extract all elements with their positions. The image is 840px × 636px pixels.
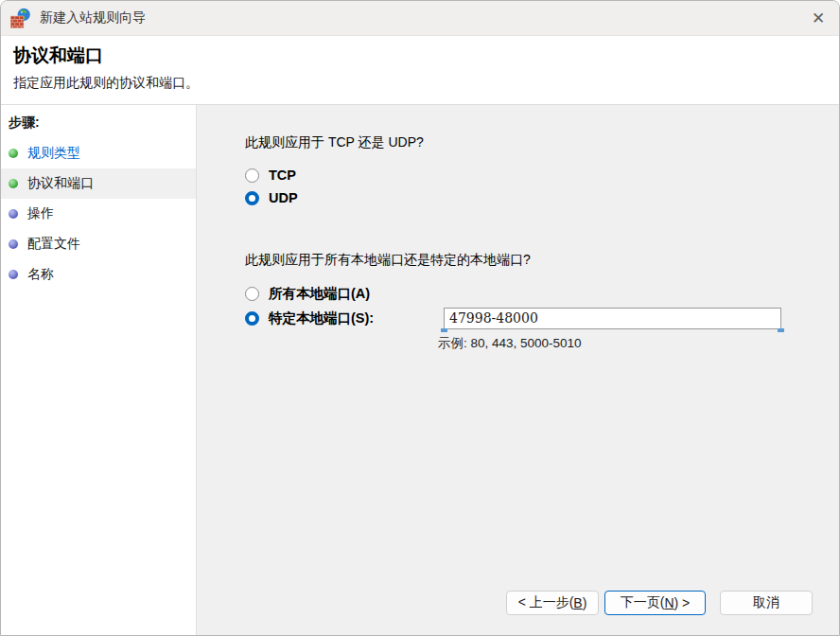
step-done-bullet-icon xyxy=(9,149,18,158)
close-icon: ✕ xyxy=(812,9,825,28)
back-button-label: < 上一步( xyxy=(518,594,574,611)
page-subtitle: 指定应用此规则的协议和端口。 xyxy=(9,75,828,92)
specific-ports-input[interactable] xyxy=(444,308,781,329)
main-panel: 此规则应用于 TCP 还是 UDP? TCP UDP 此规则应用于所有本地端口还… xyxy=(197,105,839,635)
steps-sidebar: 步骤: 规则类型 协议和端口 操作 配置文件 名称 xyxy=(1,105,197,635)
radio-option-tcp[interactable]: TCP xyxy=(245,164,839,186)
protocol-question: 此规则应用于 TCP 还是 UDP? xyxy=(245,133,839,150)
wizard-window: 新建入站规则向导 ✕ 协议和端口 指定应用此规则的协议和端口。 步骤: 规则类型… xyxy=(0,0,840,636)
step-upcoming-bullet-icon xyxy=(9,209,18,219)
page-header: 协议和端口 指定应用此规则的协议和端口。 xyxy=(1,36,839,105)
cancel-button-label: 取消 xyxy=(753,594,779,611)
radio-option-label: UDP xyxy=(269,190,298,205)
radio-option-label: TCP xyxy=(269,168,296,183)
sidebar-item-label: 操作 xyxy=(27,205,54,222)
radio-option-label: 所有本地端口(A) xyxy=(269,285,370,303)
port-example-hint: 示例: 80, 443, 5000-5010 xyxy=(438,335,839,352)
radio-option-label: 特定本地端口(S): xyxy=(269,309,434,327)
radio-unselected-icon xyxy=(245,287,259,301)
sidebar-item-rule-type[interactable]: 规则类型 xyxy=(1,138,196,168)
sidebar-item-label: 协议和端口 xyxy=(27,175,94,192)
radio-unselected-icon xyxy=(245,168,259,183)
input-focus-marker xyxy=(778,328,784,332)
sidebar-item-profile: 配置文件 xyxy=(1,229,196,259)
firewall-icon xyxy=(10,8,31,28)
next-button[interactable]: 下一页(N) > xyxy=(604,591,706,615)
step-upcoming-bullet-icon xyxy=(9,270,18,279)
cancel-button[interactable]: 取消 xyxy=(720,591,813,615)
back-button-label-end: ) xyxy=(583,595,587,610)
sidebar-item-label: 规则类型 xyxy=(27,145,80,162)
next-button-label: 下一页( xyxy=(621,594,665,611)
titlebar: 新建入站规则向导 ✕ xyxy=(1,1,839,36)
port-input-wrapper xyxy=(444,308,781,329)
sidebar-item-protocol-ports: 协议和端口 xyxy=(1,168,196,199)
footer-button-row: < 上一步(B) 下一页(N) > 取消 xyxy=(506,591,813,615)
radio-option-specific-local-ports[interactable]: 特定本地端口(S): xyxy=(245,306,839,330)
radio-option-udp[interactable]: UDP xyxy=(245,186,839,209)
back-button-mnemonic: B xyxy=(573,595,582,610)
next-button-label-end: ) > xyxy=(674,595,691,610)
window-title: 新建入站规则向导 xyxy=(40,9,146,26)
close-button[interactable]: ✕ xyxy=(797,1,839,35)
back-button[interactable]: < 上一步(B) xyxy=(506,591,599,615)
radio-selected-icon xyxy=(245,191,259,205)
page-title: 协议和端口 xyxy=(13,44,828,67)
sidebar-item-label: 配置文件 xyxy=(27,236,80,253)
step-upcoming-bullet-icon xyxy=(9,239,18,249)
input-focus-marker xyxy=(441,328,447,332)
sidebar-item-label: 名称 xyxy=(27,266,54,283)
wizard-body: 步骤: 规则类型 协议和端口 操作 配置文件 名称 xyxy=(1,105,839,635)
sidebar-item-action: 操作 xyxy=(1,199,196,229)
steps-heading: 步骤: xyxy=(1,114,196,131)
next-button-mnemonic: N xyxy=(664,595,674,610)
step-done-bullet-icon xyxy=(9,179,18,188)
sidebar-item-name: 名称 xyxy=(1,259,196,290)
radio-selected-icon xyxy=(245,311,259,326)
radio-option-all-local-ports[interactable]: 所有本地端口(A) xyxy=(245,281,839,306)
ports-question: 此规则应用于所有本地端口还是特定的本地端口? xyxy=(245,251,839,268)
